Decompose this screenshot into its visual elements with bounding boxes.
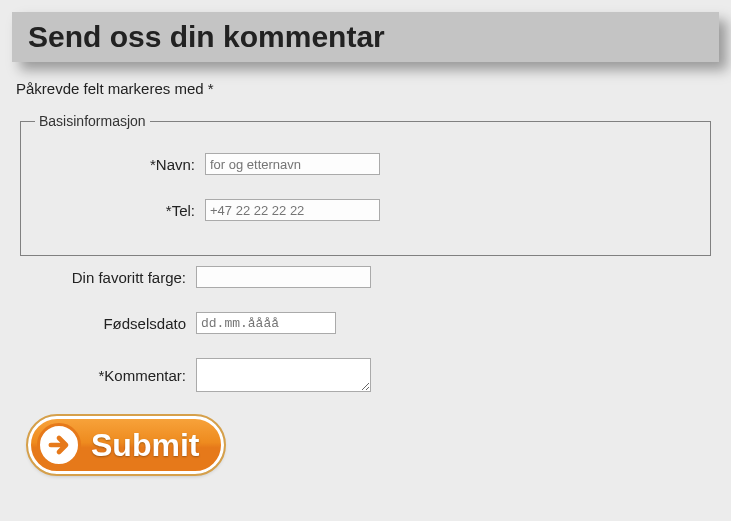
arrow-right-icon (37, 423, 81, 467)
submit-button[interactable]: Submit (28, 416, 224, 474)
name-row: *Navn: (35, 153, 696, 175)
comment-textarea[interactable] (196, 358, 371, 392)
comment-label: *Kommentar: (26, 367, 196, 384)
submit-label: Submit (91, 427, 199, 464)
color-label: Din favoritt farge: (26, 269, 196, 286)
dob-input[interactable] (196, 312, 336, 334)
comment-row: *Kommentar: (26, 358, 711, 392)
color-input[interactable] (196, 266, 371, 288)
fieldset-legend: Basisinformasjon (35, 113, 150, 129)
tel-row: *Tel: (35, 199, 696, 221)
basic-info-fieldset: Basisinformasjon *Navn: *Tel: (20, 113, 711, 256)
tel-label: *Tel: (35, 202, 205, 219)
color-row: Din favoritt farge: (26, 266, 711, 288)
dob-row: Fødselsdato (26, 312, 711, 334)
page-title: Send oss din kommentar (28, 20, 703, 54)
required-note: Påkrevde felt markeres med * (16, 80, 715, 97)
name-input[interactable] (205, 153, 380, 175)
page-header: Send oss din kommentar (12, 12, 719, 62)
name-label: *Navn: (35, 156, 205, 173)
dob-label: Fødselsdato (26, 315, 196, 332)
form-container: Basisinformasjon *Navn: *Tel: Din favori… (12, 111, 719, 484)
tel-input[interactable] (205, 199, 380, 221)
